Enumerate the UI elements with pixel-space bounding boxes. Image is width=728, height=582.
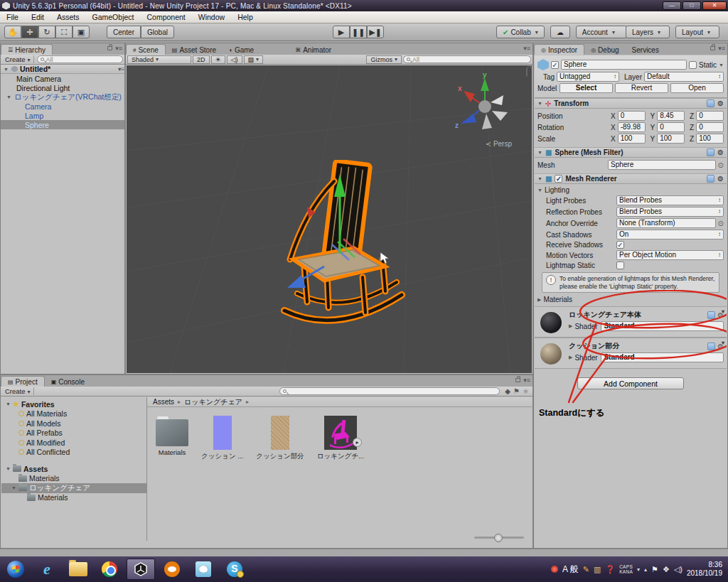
- taskbar-clock[interactable]: 8:36 2018/10/19: [687, 561, 722, 578]
- tray-tool-icon[interactable]: ✎: [583, 565, 589, 574]
- scale-tool-icon[interactable]: ⛶: [55, 26, 73, 38]
- foldout-icon[interactable]: ▼: [4, 67, 9, 72]
- caps-kana-indicator[interactable]: CAPSKANA: [619, 564, 633, 574]
- volume-icon[interactable]: ◁): [674, 565, 682, 574]
- hierarchy-item-sphere[interactable]: Sphere: [1, 120, 124, 129]
- scene-viewport[interactable]: y x z Persp: [127, 65, 532, 373]
- tray-help-icon[interactable]: ❓: [605, 565, 615, 574]
- tab-debug[interactable]: ◎ Debug: [584, 45, 625, 55]
- foldout-icon[interactable]: ▶: [569, 355, 572, 360]
- gear-icon[interactable]: ⚙: [717, 175, 724, 183]
- favorites-star-icon[interactable]: ★: [523, 387, 529, 395]
- panel-menu-icon[interactable]: ▾≡: [523, 45, 530, 52]
- model-revert-button[interactable]: Revert: [615, 83, 668, 93]
- favorite-all-prefabs[interactable]: All Prefabs: [1, 429, 146, 438]
- asset-cushion-texture[interactable]: クッション部分: [256, 416, 304, 461]
- object-picker-icon[interactable]: ⊙: [718, 220, 724, 227]
- scene-audio-icon[interactable]: ◁): [227, 55, 242, 64]
- model-open-button[interactable]: Open: [670, 83, 724, 93]
- motion-vectors-dropdown[interactable]: Per Object Motion: [616, 250, 724, 260]
- dropbox-icon[interactable]: ❖: [663, 565, 670, 574]
- file-explorer-icon[interactable]: [64, 559, 92, 580]
- lock-icon[interactable]: [710, 46, 715, 50]
- lock-icon[interactable]: [107, 46, 112, 50]
- favorites-root[interactable]: ▼ ★ Favorites: [1, 399, 146, 409]
- hand-tool-icon[interactable]: ✋: [4, 26, 21, 38]
- gear-icon[interactable]: ⚙: [717, 149, 724, 156]
- scene-lighting-icon[interactable]: ☀: [211, 55, 225, 64]
- foldout-icon[interactable]: ▼: [6, 402, 11, 406]
- search-by-label-icon[interactable]: ⚑: [513, 387, 520, 395]
- active-checkbox[interactable]: [551, 61, 559, 69]
- scene-orientation-gizmo[interactable]: y x z: [448, 71, 519, 142]
- scene-effects-dropdown[interactable]: ▨: [244, 55, 264, 64]
- search-by-type-icon[interactable]: ◆: [505, 387, 510, 395]
- step-button[interactable]: ▶❚: [367, 26, 384, 38]
- rotate-tool-icon[interactable]: ↻: [38, 26, 55, 38]
- foldout-icon[interactable]: ▼: [11, 485, 16, 490]
- skype-icon[interactable]: S: [220, 559, 249, 580]
- reflection-probes-dropdown[interactable]: Blend Probes: [616, 207, 724, 217]
- menu-assets[interactable]: Assets: [50, 13, 86, 21]
- panel-menu-icon[interactable]: ▾≡: [115, 45, 122, 52]
- light-probes-dropdown[interactable]: Blend Probes: [616, 195, 724, 205]
- foldout-icon[interactable]: ▼: [6, 95, 12, 99]
- foldout-icon[interactable]: ▼: [537, 150, 542, 155]
- materials-foldout[interactable]: ▶ Materials: [537, 296, 724, 303]
- object-name-field[interactable]: Sphere: [561, 60, 687, 70]
- play-button[interactable]: ▶: [333, 26, 350, 38]
- tray-toolbox-icon[interactable]: ▥: [594, 565, 601, 574]
- asset-cushion-normalmap[interactable]: クッション ...: [201, 416, 243, 461]
- breadcrumb-rocking-chair[interactable]: ロッキングチェア: [184, 397, 242, 407]
- model-select-button[interactable]: Select: [560, 83, 613, 93]
- foldout-icon[interactable]: ▼: [537, 101, 542, 106]
- tab-console[interactable]: ▣ Console: [45, 377, 91, 387]
- 2d-toggle[interactable]: 2D: [193, 55, 210, 64]
- space-toggle[interactable]: Global: [141, 26, 174, 38]
- internet-explorer-icon[interactable]: e: [33, 559, 61, 580]
- rect-tool-icon[interactable]: ▣: [73, 26, 90, 38]
- tab-game[interactable]: ◖ Game: [223, 45, 260, 55]
- cast-shadows-dropdown[interactable]: On: [616, 230, 724, 239]
- tab-scene[interactable]: # Scene: [126, 44, 166, 55]
- menu-window[interactable]: Window: [192, 13, 231, 21]
- tag-dropdown[interactable]: Untagged: [557, 72, 619, 82]
- minimize-button[interactable]: —: [663, 1, 681, 10]
- layout-dropdown[interactable]: Layout: [675, 26, 719, 38]
- add-component-button[interactable]: Add Component: [577, 377, 684, 389]
- lock-icon[interactable]: [526, 68, 528, 77]
- collab-dropdown[interactable]: ✔Collab: [496, 26, 545, 38]
- scene-search-input[interactable]: All: [403, 55, 531, 63]
- menu-file[interactable]: File: [0, 13, 25, 21]
- menu-help[interactable]: Help: [231, 13, 259, 21]
- favorite-all-materials[interactable]: All Materials: [1, 409, 146, 419]
- help-icon[interactable]: [707, 99, 714, 107]
- shading-mode-dropdown[interactable]: Shaded: [127, 55, 191, 64]
- object-picker-icon[interactable]: ⊙: [718, 161, 724, 169]
- hierarchy-scene-root[interactable]: ▼ Untitled* ▾≡: [1, 65, 124, 74]
- notification-icon[interactable]: [551, 566, 558, 573]
- start-button[interactable]: [1, 559, 30, 580]
- cloud-button[interactable]: ☁: [550, 26, 570, 38]
- foldout-icon[interactable]: ▼: [6, 466, 11, 471]
- favorite-all-models[interactable]: All Models: [1, 419, 146, 429]
- layers-dropdown[interactable]: Layers: [626, 26, 670, 38]
- lightmap-static-checkbox[interactable]: [616, 262, 624, 269]
- rotation-z-field[interactable]: 0: [696, 122, 724, 132]
- gizmos-dropdown[interactable]: Gizmos: [366, 55, 402, 64]
- favorite-all-conflicted[interactable]: All Conflicted: [1, 448, 146, 458]
- mesh-renderer-header[interactable]: ▼ ▩ Mesh Renderer ⚙: [535, 173, 727, 184]
- asset-materials-folder[interactable]: Materials: [156, 416, 188, 461]
- hierarchy-item-lamp[interactable]: Lamp: [1, 111, 124, 120]
- mesh-object-field[interactable]: Sphere: [608, 160, 716, 170]
- assets-root[interactable]: ▼ Assets: [1, 464, 146, 474]
- static-checkbox[interactable]: [689, 61, 697, 69]
- persp-label[interactable]: Persp: [486, 140, 512, 148]
- viewer-app-icon[interactable]: [189, 559, 218, 580]
- layer-dropdown[interactable]: Default: [644, 72, 724, 82]
- hierarchy-create-button[interactable]: Create: [2, 55, 34, 63]
- help-icon[interactable]: [707, 311, 715, 319]
- tab-inspector[interactable]: ◎ Inspector: [534, 44, 584, 55]
- unity-taskbar-icon[interactable]: [127, 559, 155, 580]
- help-icon[interactable]: [707, 149, 714, 156]
